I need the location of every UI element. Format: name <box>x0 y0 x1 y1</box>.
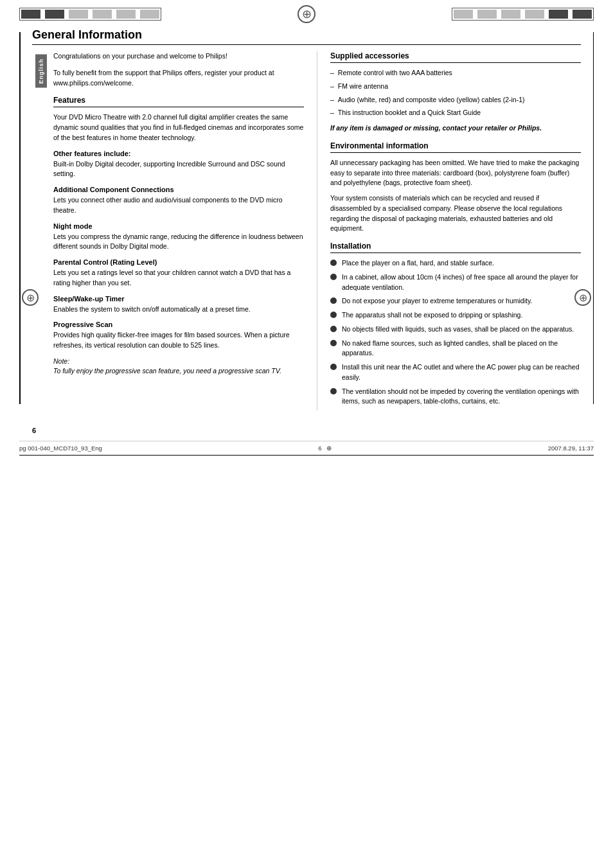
right-column: Supplied accessories – Remote control wi… <box>317 51 581 411</box>
list-item: Place the player on a flat, hard, and st… <box>330 258 581 269</box>
feature-item-0-header: Additional Component Connections <box>53 186 304 193</box>
list-item: – This instruction booklet and a Quick S… <box>330 108 581 118</box>
right-deco-bar <box>452 8 594 21</box>
list-item: – Audio (white, red) and composite video… <box>330 95 581 105</box>
missing-note: If any item is damaged or missing, conta… <box>330 123 581 134</box>
features-intro: Your DVD Micro Theatre with 2.0 channel … <box>53 112 304 143</box>
top-center-circle: ⊕ <box>298 5 315 23</box>
feature-item-4-header: Progressive Scan <box>53 321 304 328</box>
bullet-dot <box>330 297 337 304</box>
note-text: To fully enjoy the progressive scan feat… <box>53 366 304 376</box>
welcome-text: Congratulations on your purchase and wel… <box>53 51 304 62</box>
feature-item-4-text: Provides high quality flicker-free image… <box>53 330 304 351</box>
list-item: – Remote control with two AAA batteries <box>330 68 581 78</box>
page-title: General Information <box>32 28 142 41</box>
page-title-section: General Information <box>32 28 581 45</box>
list-item: – FM wire antenna <box>330 82 581 92</box>
bullet-dot <box>330 340 337 346</box>
right-side-circle: ⊕ <box>574 289 591 306</box>
list-item: Install this unit near the AC outlet and… <box>330 362 581 383</box>
deco-seg <box>21 10 40 19</box>
other-features-header: Other features include: <box>53 150 304 157</box>
list-item: In a cabinet, allow about 10cm (4 inches… <box>330 272 581 293</box>
feature-item-3-text: Enables the system to switch on/off auto… <box>53 305 304 315</box>
other-features-text: Built-in Dolby Digital decoder, supporti… <box>53 159 304 180</box>
feature-item-2-text: Lets you set a ratings level so that you… <box>53 268 304 288</box>
list-item: No naked flame sources, such as lighted … <box>330 339 581 359</box>
bullet-dot <box>330 312 337 318</box>
accessories-list: – Remote control with two AAA batteries … <box>330 68 581 118</box>
list-item: The apparatus shall not be exposed to dr… <box>330 310 581 321</box>
footer-right: 2007.8.29, 11:37 <box>548 445 594 452</box>
feature-item-1-text: Lets you compress the dynamic range, red… <box>53 232 304 252</box>
left-column: Congratulations on your purchase and wel… <box>50 51 317 411</box>
bullet-dot <box>330 274 337 280</box>
bullet-dot <box>330 388 337 394</box>
top-decoration: ⊕ <box>0 0 613 23</box>
supplied-accessories-header: Supplied accessories <box>330 51 581 63</box>
list-item: No objects filled with liquids, such as … <box>330 324 581 335</box>
register-text: To fully benefit from the support that P… <box>53 68 304 89</box>
page-number: 6 <box>32 427 36 434</box>
feature-item-3-header: Sleep/Wake-up Timer <box>53 295 304 303</box>
page-wrapper: ⊕ General Information ⊕ ⊕ <box>0 0 613 456</box>
installation-list: Place the player on a flat, hard, and st… <box>330 258 581 407</box>
english-tab: English <box>35 55 47 88</box>
footer-center: 6 ⊕ <box>318 445 332 452</box>
bullet-dot <box>330 326 337 332</box>
footer: pg 001-040_MCD710_93_Eng 6 ⊕ 2007.8.29, … <box>19 441 594 452</box>
feature-item-2-header: Parental Control (Rating Level) <box>53 258 304 266</box>
features-header: Features <box>53 96 304 107</box>
main-content-area: ⊕ ⊕ English Congratulations on your purc… <box>19 45 594 417</box>
footer-left: pg 001-040_MCD710_93_Eng <box>19 445 102 452</box>
note-section: Note: To fully enjoy the progressive sca… <box>53 357 304 376</box>
installation-header: Installation <box>330 242 581 253</box>
feature-item-1-header: Night mode <box>53 222 304 230</box>
feature-item-0-text: Lets you connect other audio and audio/v… <box>53 195 304 216</box>
two-column-layout: English Congratulations on your purchase… <box>19 45 594 417</box>
note-label: Note: <box>53 357 304 365</box>
environmental-header: Environmental information <box>330 141 581 153</box>
page-number-area: 6 <box>32 423 581 434</box>
list-item: Do not expose your player to extreme tem… <box>330 296 581 306</box>
left-deco-bar <box>19 8 161 21</box>
language-sidebar: English <box>32 51 50 411</box>
list-item: The ventilation should not be impeded by… <box>330 387 581 407</box>
environmental-para1: All unnecessary packaging has been omitt… <box>330 158 581 188</box>
bullet-dot <box>330 260 337 266</box>
bottom-border <box>19 455 594 456</box>
environmental-para2: Your system consists of materials which … <box>330 193 581 234</box>
bullet-dot <box>330 364 337 370</box>
